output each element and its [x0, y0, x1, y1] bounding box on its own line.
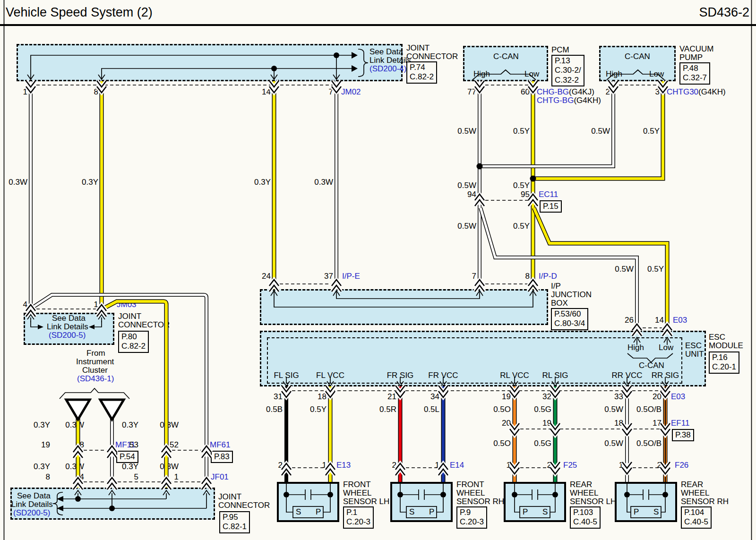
can-low-label: Low [659, 343, 673, 352]
connector-id: EC11 [539, 190, 558, 199]
conn-ref: C.32-2 [555, 76, 581, 85]
wire-size-label: 0.5W [448, 127, 476, 136]
wire-size-label: 0.5Y [501, 181, 530, 190]
signal-label: FR VCC [424, 371, 462, 380]
page-ref: P.104 [684, 508, 708, 517]
front-wheel-sensor-rh-box [390, 482, 453, 522]
pin-label: 1 [150, 472, 179, 481]
ref-box-mf11: P.54 [116, 451, 138, 463]
component-label: ESC [685, 341, 702, 350]
pin-label: 37 [305, 272, 333, 281]
conn-ref: C.82-2 [121, 342, 146, 351]
wire-size-label: 0.3Y [22, 420, 50, 429]
pin-label: 2 [582, 87, 610, 96]
wiring-diagram-page: Vehicle Speed System (2) SD436-2 See Dat… [0, 0, 756, 540]
component-label: PCM [551, 45, 569, 54]
pin-label: 1 [595, 461, 623, 470]
component-label: WHEEL [343, 489, 371, 497]
terminal-letter: S [653, 507, 659, 516]
pin-label: 7 [448, 272, 476, 281]
pin-label: 18 [595, 419, 623, 428]
pin-label: 24 [242, 272, 271, 281]
connector-id: JM03 [117, 300, 137, 309]
wire-size-label: 0.3Y [22, 462, 50, 471]
page-ref: P.95 [223, 513, 247, 522]
wire-size-label: 0.5O [482, 405, 511, 414]
signal-label: FL SIG [267, 371, 305, 380]
component-label: SENSOR RH [456, 497, 504, 506]
source-ref-link: (SD436-1) [77, 374, 114, 383]
pin-label: 19 [523, 419, 551, 428]
wire-size-label: 0.3Y [110, 420, 138, 429]
component-label: FRONT [456, 480, 484, 489]
page-ref: P.1 [346, 508, 370, 517]
signal-label: RR SIG [646, 371, 684, 380]
wire-size-label: 0.5W [595, 439, 623, 448]
wire-size-label: 0.3Y [242, 178, 271, 187]
connector-id: I/P-D [539, 272, 557, 281]
connector-id: JF01 [211, 472, 229, 481]
page-ref: P.54 [120, 452, 135, 462]
ref-box-jf01: P.95C.82-1 [219, 511, 250, 533]
bus-label: C-CAN [639, 361, 664, 370]
signal-label: RR VCC [608, 371, 646, 380]
page-ref: P.53/60 [554, 309, 585, 319]
conn-ref: C.40-5 [684, 517, 708, 527]
component-label: CONNECTOR [406, 52, 458, 61]
ref-box-ec11: P.15 [540, 200, 562, 213]
terminal-letter: S [296, 507, 301, 516]
pin-label: 34 [411, 392, 439, 401]
see-data-note: See Data [52, 314, 86, 323]
wire-size-label: 0.3W [150, 462, 179, 471]
ref-box-sensor: P.103C.40-5 [570, 506, 601, 529]
pin-label: 8 [22, 472, 50, 481]
component-label: SENSOR LH [343, 497, 389, 506]
conn-ref: C.32-7 [683, 73, 707, 83]
component-label: MODULE [709, 341, 743, 350]
pin-label: 2 [633, 461, 662, 470]
terminal-letter: S [542, 507, 548, 516]
component-label: VACUUM [679, 44, 713, 53]
component-label: JOINT [118, 312, 141, 321]
see-data-note: Link Details [47, 322, 88, 331]
pin-label: 60 [501, 87, 530, 96]
page-ref: P.103 [573, 508, 597, 517]
pin-label: 14 [242, 87, 271, 96]
pin-label: 4 [0, 300, 27, 309]
wire-size-label: 0.5L [411, 405, 439, 414]
component-label: REAR [681, 480, 703, 489]
wire-size-label: 0.3W [56, 420, 84, 429]
see-data-ref-link: (SD200-5) [13, 508, 50, 517]
pin-label: 2 [523, 461, 551, 470]
wire-suffix: (G4KH) [574, 96, 601, 105]
wire-size-label: 0.5Y [636, 265, 664, 274]
see-data-ref-link: (SD200-4) [369, 64, 406, 73]
pin-label: 5 [110, 472, 138, 481]
signal-label: RL SIG [536, 371, 574, 380]
ref-box-mf61: P.83 [211, 451, 233, 463]
ref-box-jm02: P.74C.82-2 [406, 61, 437, 84]
wire-code: CHTG-BG [537, 96, 574, 105]
source-note: Cluster [82, 366, 108, 375]
pin-label: 1 [298, 461, 326, 470]
signal-label: FR SIG [381, 371, 419, 380]
pin-label: 1 [70, 300, 98, 309]
ref-box-pcm: P.13C.30-2/C.32-2 [551, 55, 584, 86]
pin-label: 1 [411, 461, 439, 470]
wire-size-label: 0.5O/B [633, 405, 662, 414]
page-ref: P.15 [543, 202, 558, 211]
wire-size-label: 0.5W [448, 222, 476, 231]
connector-id: F25 [563, 461, 577, 470]
component-label: I/P [551, 282, 561, 291]
wire-size-label: 0.5Y [298, 405, 326, 414]
pin-label: 77 [448, 87, 476, 96]
pin-label: 19 [482, 392, 511, 401]
see-data-note: Link Details [369, 56, 411, 65]
pin-label: 94 [448, 190, 476, 199]
wire-id-label: CHTG-BG(G4KH) [537, 96, 601, 105]
terminal-letter: S [409, 507, 414, 516]
component-label: ESC [709, 333, 725, 342]
page-ref: P.16 [712, 353, 736, 362]
wire-size-label: 0.5B [254, 405, 283, 414]
conn-ref: C.20-3 [346, 517, 370, 527]
